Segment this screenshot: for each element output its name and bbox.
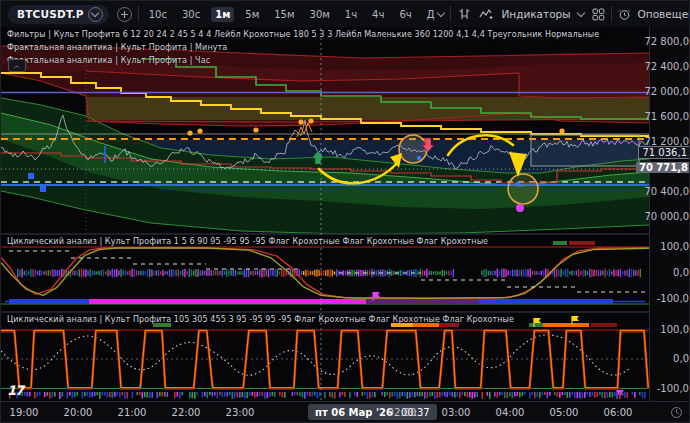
indicators-chevron-icon — [576, 8, 584, 16]
time-tick: 19:00 — [10, 407, 39, 418]
symbol-dropdown-icon[interactable] — [88, 7, 103, 22]
timeframe-10с[interactable]: 10с — [145, 7, 171, 22]
divider — [450, 6, 451, 22]
price-tick: 70 400,0 — [644, 186, 689, 197]
timeframe-30с[interactable]: 30с — [178, 7, 204, 22]
legend-collapse-button[interactable]: ︿ — [8, 59, 26, 72]
oscillator-scale-tick: -100,0 — [657, 383, 689, 394]
oscillator-scale-tick: -100,0 — [657, 293, 689, 304]
crosshair-time-label: пт 06 Мар '26 00:37 — [308, 404, 437, 420]
time-tick: 05:00 — [550, 407, 579, 418]
legend-fractal-hour[interactable]: Фрактальная аналитика | Культ Профита | … — [7, 56, 210, 65]
author-watermark: 17 — [7, 383, 23, 398]
layout-grid-icon[interactable] — [592, 8, 605, 21]
legend-fractal-minute[interactable]: Фрактальная аналитика | Культ Профита | … — [7, 43, 227, 52]
oscillator-scale-tick: 100,0 — [660, 241, 689, 252]
chart-canvas[interactable]: Фильтры | Культ Профита 6 12 20 24 2 45 … — [1, 27, 649, 401]
time-tick: 06:00 — [604, 407, 633, 418]
time-tick: 20:00 — [64, 407, 93, 418]
indicators-button[interactable]: Индикаторы — [479, 8, 583, 20]
time-tick: 03:00 — [442, 407, 471, 418]
time-tick: 21:00 — [118, 407, 147, 418]
time-tick: 22:00 — [172, 407, 201, 418]
compare-add-icon[interactable] — [117, 7, 132, 22]
price-tick: 72 000,0 — [644, 86, 689, 97]
timeframe-1м[interactable]: 1м — [211, 7, 234, 22]
symbol-name: BTCUSDT.P — [17, 8, 84, 20]
timeframe-5м[interactable]: 5м — [241, 7, 263, 22]
price-tick: 72 800,0 — [644, 36, 689, 47]
alerts-button[interactable]: Оповещения — [618, 8, 690, 21]
top-toolbar: BTCUSDT.P 10с30с1м5м15м30м1ч4ч6чД Индика… — [1, 1, 690, 28]
tradingview-app: BTCUSDT.P 10с30с1м5м15м30м1ч4ч6чД Индика… — [0, 0, 690, 423]
time-tick: 04:00 — [496, 407, 525, 418]
symbol-button[interactable]: BTCUSDT.P — [8, 5, 109, 24]
legend-cyclic-analysis-2[interactable]: Циклический анализ | Культ Профита 105 3… — [7, 315, 514, 324]
crosshair-date: пт 06 Мар '26 — [315, 407, 393, 418]
timeframe-15м[interactable]: 15м — [270, 7, 298, 22]
timeframes-chevron-icon[interactable] — [437, 8, 445, 16]
chart-style-icon[interactable] — [457, 7, 471, 21]
timeframe-group: 10с30с1м5м15м30м1ч4ч6чД — [145, 7, 439, 22]
time-axis[interactable]: пт 06 Мар '26 00:37 19:0020:0021:0022:00… — [1, 401, 690, 423]
oscillator-scale-tick: 0,0 — [673, 267, 689, 278]
crosshair-price-label: 71 036,1 — [638, 146, 690, 159]
timeframe-6ч[interactable]: 6ч — [395, 7, 415, 22]
timeframe-Д[interactable]: Д — [423, 7, 439, 22]
price-tick: 70 000,0 — [644, 211, 689, 222]
timeframe-4ч[interactable]: 4ч — [368, 7, 388, 22]
price-axis[interactable]: 71 036,1 70 771,8 72 800,072 400,072 000… — [649, 27, 690, 401]
price-tick: 72 400,0 — [644, 61, 689, 72]
oscillator-scale-tick: 0,0 — [673, 353, 689, 364]
timeframe-30м[interactable]: 30м — [306, 7, 334, 22]
divider — [611, 6, 612, 22]
timezone-clock-icon[interactable] — [670, 406, 683, 421]
legend-filters[interactable]: Фильтры | Культ Профита 6 12 20 24 2 45 … — [7, 30, 599, 39]
price-tick: 71 200,0 — [644, 136, 689, 147]
time-tick: 02:00 — [388, 407, 417, 418]
price-tick: 71 600,0 — [644, 111, 689, 122]
indicators-icon — [479, 8, 494, 20]
alerts-label: Оповещения — [638, 8, 690, 20]
last-price-label: 70 771,8 — [636, 162, 690, 173]
indicators-label: Индикаторы — [501, 8, 570, 20]
legend-cyclic-analysis-1[interactable]: Циклический анализ | Культ Профита 1 5 6… — [7, 237, 488, 246]
alarm-clock-icon — [618, 8, 631, 21]
oscillator-scale-tick: 100,0 — [660, 324, 689, 335]
time-tick: 23:00 — [226, 407, 255, 418]
timeframe-1ч[interactable]: 1ч — [341, 7, 361, 22]
divider — [138, 6, 139, 22]
